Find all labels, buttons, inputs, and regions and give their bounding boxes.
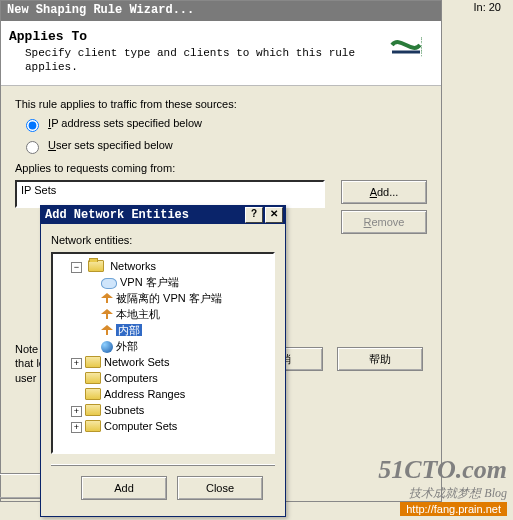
cloud-icon bbox=[101, 278, 117, 289]
tree-node-computer-sets[interactable]: +Computer Sets bbox=[71, 418, 271, 434]
folder-icon bbox=[85, 388, 101, 400]
expand-icon[interactable]: + bbox=[71, 422, 82, 433]
tree-node-networks[interactable]: − Networks VPN 客户端 被隔离的 VPN 客户端 本地主机 内部 … bbox=[71, 258, 271, 354]
svg-text:BUTLER: BUTLER bbox=[420, 37, 422, 57]
watermark: 51CTO.com 技术成就梦想 Blog http://fang.prain.… bbox=[378, 455, 507, 516]
remove-button: Remove bbox=[341, 210, 427, 234]
folder-icon bbox=[85, 420, 101, 432]
page-title: Applies To bbox=[9, 29, 389, 44]
page-subtitle: Specify client type and clients to which… bbox=[25, 46, 389, 75]
wizard-title-bar[interactable]: New Shaping Rule Wizard... bbox=[1, 1, 441, 21]
radio-ip-sets-input[interactable] bbox=[26, 119, 39, 132]
radio-user-sets-input[interactable] bbox=[26, 141, 39, 154]
tree-node-address-ranges[interactable]: Address Ranges bbox=[71, 386, 271, 402]
dialog-close-button[interactable]: Close bbox=[177, 476, 263, 500]
folder-open-icon bbox=[88, 260, 104, 272]
tree-node-subnets[interactable]: +Subnets bbox=[71, 402, 271, 418]
tree-node-external[interactable]: 外部 bbox=[87, 338, 271, 354]
folder-icon bbox=[85, 404, 101, 416]
logo-butler: BUTLER bbox=[389, 27, 423, 67]
dialog-add-button[interactable]: Add bbox=[81, 476, 167, 500]
radio-ip-sets[interactable]: IP address sets specified below bbox=[21, 116, 427, 132]
dialog-title-bar[interactable]: Add Network Entities ? ✕ bbox=[41, 206, 285, 224]
help-icon[interactable]: ? bbox=[245, 207, 263, 223]
coming-from-label: Applies to requests coming from: bbox=[15, 162, 427, 174]
wizard-header: Applies To Specify client type and clien… bbox=[1, 21, 441, 86]
entities-label: Network entities: bbox=[51, 234, 275, 246]
tree-node-network-sets[interactable]: +Network Sets bbox=[71, 354, 271, 370]
dialog-title: Add Network Entities bbox=[45, 208, 189, 222]
tree-node-localhost[interactable]: 本地主机 bbox=[87, 306, 271, 322]
ip-sets-listbox[interactable]: IP Sets bbox=[15, 180, 325, 208]
expand-icon[interactable]: + bbox=[71, 406, 82, 417]
sources-label: This rule applies to traffic from these … bbox=[15, 98, 427, 110]
help-button[interactable]: 帮助 bbox=[337, 347, 423, 371]
network-icon bbox=[101, 293, 113, 305]
network-icon bbox=[101, 309, 113, 321]
add-entities-dialog: Add Network Entities ? ✕ Network entitie… bbox=[40, 205, 286, 517]
tree-node-quarantined-vpn[interactable]: 被隔离的 VPN 客户端 bbox=[87, 290, 271, 306]
globe-icon bbox=[101, 341, 113, 353]
collapse-icon[interactable]: − bbox=[71, 262, 82, 273]
info-inbound: In: 20 bbox=[471, 0, 503, 14]
radio-user-sets[interactable]: User sets specified below bbox=[21, 138, 427, 154]
expand-icon[interactable]: + bbox=[71, 358, 82, 369]
network-icon bbox=[101, 325, 113, 337]
tree-node-computers[interactable]: Computers bbox=[71, 370, 271, 386]
folder-icon bbox=[85, 356, 101, 368]
folder-icon bbox=[85, 372, 101, 384]
tree-node-vpn-client[interactable]: VPN 客户端 bbox=[87, 274, 271, 290]
add-button[interactable]: Add... bbox=[341, 180, 427, 204]
tree-node-internal[interactable]: 内部 bbox=[87, 322, 271, 338]
entities-tree[interactable]: − Networks VPN 客户端 被隔离的 VPN 客户端 本地主机 内部 … bbox=[51, 252, 275, 454]
close-icon[interactable]: ✕ bbox=[265, 207, 283, 223]
